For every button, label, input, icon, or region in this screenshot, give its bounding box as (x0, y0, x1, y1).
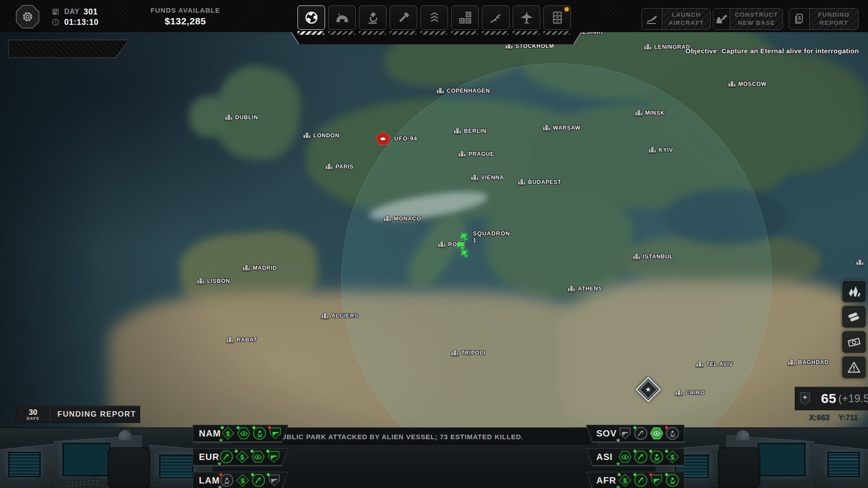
city-icon (632, 253, 641, 260)
alert-button[interactable] (842, 356, 866, 379)
city-icon (303, 132, 311, 139)
city-label: BAGHDAD (798, 359, 829, 365)
console-screen (827, 452, 860, 477)
region-code: SOV (596, 428, 618, 439)
main-nav-row (297, 5, 571, 30)
nav-icon (335, 10, 350, 25)
nav-engineering-button[interactable] (390, 5, 417, 30)
city-label: COPENHAGEN (447, 87, 490, 94)
nav-aircraft-button[interactable] (513, 5, 540, 30)
city-icon (458, 150, 466, 157)
city-icon (518, 178, 526, 185)
region-status-tiles: $ ★ ★ ★ ★ (221, 427, 283, 441)
city-icon (226, 336, 234, 343)
coord-x: X:663 (809, 413, 829, 422)
region-row-asi[interactable]: ASI ★ ★ ★ $ ★ (586, 448, 684, 466)
region-row-afr[interactable]: AFR $ ★ ★ ★ ★ (586, 472, 684, 488)
canisters-button[interactable] (842, 305, 866, 328)
nav-hatch-strip (420, 31, 447, 35)
city-label: VIENNA (481, 174, 504, 180)
region-code: AFR (596, 475, 618, 486)
nav-icon (519, 10, 534, 25)
region-tile-gun: ★ (650, 474, 664, 488)
nav-armory-button[interactable] (482, 5, 509, 30)
region-row-lam[interactable]: LAM ★ $ ★ ★ ★ (193, 472, 288, 488)
tile-status-dot (665, 473, 669, 477)
nav-personnel-button[interactable] (420, 5, 448, 30)
region-tile-caliper: ★ (634, 474, 648, 488)
squadron-marker[interactable]: SQUADRON-1 (452, 228, 506, 260)
gear-icon (21, 10, 34, 23)
time-value: 01:13:10 (64, 18, 99, 27)
clock-icon (51, 18, 60, 27)
construct-new-base-button[interactable]: CONSTRUCT NEW BASE (713, 8, 783, 30)
region-tile-caliper: ★ (219, 450, 233, 464)
city-icon (648, 146, 656, 153)
action-icon-cell (713, 9, 730, 29)
notification-dot (565, 7, 569, 11)
action-label: LAUNCH AIRCRAFT (662, 9, 710, 29)
city-marker-prague: PRAGUE (458, 150, 494, 157)
region-status-tiles: $ ★ ★ ★ ★ (618, 474, 679, 488)
city-icon (696, 361, 704, 367)
city-label: ISTANBUL (643, 253, 673, 259)
nav-geoscape-button[interactable] (297, 5, 325, 30)
nav-icon (458, 10, 473, 25)
city-label: TEL AVIV (706, 361, 733, 367)
action-label-line2: NEW BASE (738, 19, 775, 27)
region-tile-microscope: ★ (253, 427, 267, 441)
city-label: BERLIN (464, 127, 486, 134)
action-label: FUNDING REPORT (810, 9, 858, 29)
city-marker-athens: ATHENS (567, 285, 602, 292)
funding-report-button[interactable]: FUNDING REPORT (789, 8, 859, 30)
score-value: 65 (821, 391, 836, 406)
crystals-button[interactable] (842, 280, 866, 303)
funding-days-label: DAYS (27, 417, 39, 421)
nav-archives-button[interactable] (543, 5, 571, 30)
city-marker-rabat: RABAT (226, 336, 257, 343)
tile-status-dot (250, 449, 254, 453)
city-label: MONACO (394, 215, 421, 221)
tile-status-dot (252, 426, 256, 430)
city-icon (542, 124, 551, 131)
control-room-art-right (656, 427, 868, 488)
city-icon (438, 241, 446, 248)
plus-icon: + (800, 392, 810, 405)
region-tile-gun: ★ (267, 474, 281, 488)
launch-aircraft-button[interactable]: LAUNCH AIRCRAFT (642, 8, 711, 30)
nav-research-button[interactable] (359, 5, 387, 30)
city-marker-vienna: VIENNA (471, 174, 504, 181)
nav-base-button[interactable] (328, 5, 356, 30)
funds-value: $132,285 (133, 16, 237, 27)
city-marker-moscow: MOSCOW (728, 80, 767, 87)
region-tile-eye: ★ (618, 450, 632, 464)
tile-glyph: $ (236, 474, 250, 488)
action-label-line1: LAUNCH (672, 11, 701, 19)
region-row-nam[interactable]: NAM $ ★ ★ ★ ★ (193, 425, 288, 443)
region-tile-caliper: ★ (634, 450, 648, 464)
funds-label: FUNDS AVAILABLE (133, 6, 237, 14)
region-row-sov[interactable]: SOV ★ ★ ★ ★ (586, 425, 684, 443)
ufo-marker[interactable]: UFO-94 (376, 131, 417, 145)
settings-button[interactable] (16, 5, 39, 28)
tile-status-dot (617, 473, 621, 477)
tile-status-dot (633, 473, 637, 477)
tile-star-icon: ★ (218, 436, 224, 444)
topbar: DAY 301 01:13:10 FUNDS AVAILABLE $132,28… (0, 0, 868, 32)
tile-status-dot (633, 426, 637, 430)
cash-button[interactable] (842, 331, 866, 353)
city-icon (321, 312, 329, 319)
action-label: CONSTRUCT NEW BASE (730, 9, 783, 29)
region-row-eur[interactable]: EUR ★ $ ★ ★ ★ (193, 448, 288, 466)
city-label: MINSK (645, 109, 665, 116)
nav-hatch-strip (297, 31, 324, 35)
city-marker-paris: PARIS (325, 163, 354, 170)
city-marker-cairo: CAIRO (675, 389, 705, 396)
region-status-tiles: ★ $ ★ ★ ★ (219, 450, 281, 464)
nav-stores-button[interactable] (451, 5, 479, 30)
action-label-line2: REPORT (820, 19, 848, 27)
side-button-icon (847, 310, 861, 324)
tile-star-icon: ★ (615, 436, 621, 444)
region-tile-caliper: ★ (251, 474, 265, 488)
funding-report-bar[interactable]: 30 DAYS FUNDING REPORT (16, 406, 140, 423)
